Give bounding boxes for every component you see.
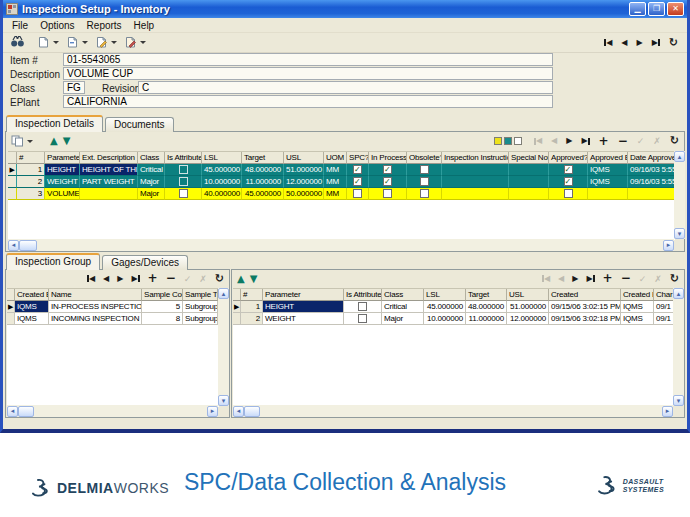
grid-cell-checkbox[interactable] (347, 176, 369, 188)
grid-header-cell[interactable]: Is Attribute? (344, 289, 382, 301)
toolbar-doc-button-4[interactable] (124, 36, 146, 49)
scroll-left-button[interactable]: ◂ (7, 406, 18, 417)
grid-header-cell[interactable]: Parameter (263, 289, 344, 301)
tab-inspection-details[interactable]: Inspection Details (6, 115, 103, 132)
grid-header-cell[interactable]: USL (284, 152, 324, 164)
grid-cell[interactable]: 45.000000 (202, 164, 242, 176)
move-down-button[interactable]: ▼ (63, 136, 71, 146)
grid-cell[interactable]: INCOMING INSPECTION (49, 313, 142, 325)
grid-cell[interactable]: 45.000000 (424, 301, 466, 313)
grid-header-cell[interactable]: Parameter (45, 152, 80, 164)
refresh-button[interactable]: ↻ (669, 38, 678, 48)
plus-button[interactable]: + (599, 137, 609, 146)
grid-cell-checkbox[interactable] (369, 164, 407, 176)
unchecked-checkbox-icon[interactable] (358, 314, 367, 323)
grid-cell[interactable]: IQMS (621, 301, 654, 313)
cancel-button[interactable]: ✗ (199, 274, 207, 284)
unchecked-checkbox-icon[interactable] (179, 177, 188, 186)
grid-header-cell[interactable]: Ext. Description (80, 152, 138, 164)
next-button[interactable]: ▶ (566, 136, 572, 146)
scroll-left-button[interactable]: ◂ (233, 406, 244, 417)
minus-button[interactable]: − (618, 137, 628, 146)
grid-header-cell[interactable]: Inspection Instructions (442, 152, 509, 164)
grid-header-cell[interactable]: Class (138, 152, 165, 164)
grid-header-cell[interactable]: Approved By (588, 152, 628, 164)
scroll-left-button[interactable]: ◂ (8, 240, 19, 251)
scroll-right-button[interactable]: ▸ (663, 240, 674, 251)
grid-header-cell[interactable]: Date Approved (628, 152, 675, 164)
eplant-field[interactable]: CALIFORNIA (63, 95, 553, 108)
maximize-button[interactable]: ❐ (648, 2, 665, 16)
grid-cell[interactable]: WEIGHT (45, 176, 80, 188)
grid-header-cell[interactable]: LSL (424, 289, 466, 301)
grid-cell-checkbox[interactable] (344, 301, 382, 313)
grid-cell[interactable]: Subgroup (183, 301, 218, 313)
scrollbar-thumb[interactable] (19, 240, 37, 251)
grid-cell[interactable]: PART WEIGHT (80, 176, 138, 188)
grid-cell[interactable]: 40.000000 (202, 188, 242, 200)
tab-documents[interactable]: Documents (105, 117, 174, 132)
grid-cell-checkbox[interactable] (165, 188, 202, 200)
grid-cell[interactable]: 12.000000 (507, 313, 549, 325)
close-button[interactable]: ✕ (667, 2, 684, 16)
grid-cell[interactable]: IQMS (588, 164, 628, 176)
prev-button[interactable]: ◀ (551, 136, 557, 146)
first-button[interactable]: ◀ (534, 136, 542, 146)
unchecked-checkbox-icon[interactable] (179, 165, 188, 174)
copy-records-button[interactable] (11, 135, 33, 147)
grid-cell[interactable]: 09/15/06 3:02:15 PM (549, 301, 621, 313)
grid-cell[interactable]: IQMS (15, 301, 49, 313)
grid-cell[interactable]: MM (324, 176, 347, 188)
grid-header-cell[interactable]: Created By (621, 289, 654, 301)
grid-cell[interactable]: HEIGHT (263, 301, 344, 313)
unchecked-checkbox-icon[interactable] (420, 177, 429, 186)
grid-cell-checkbox[interactable] (347, 188, 369, 200)
grid-header-cell[interactable]: Created (549, 289, 621, 301)
grid-header-cell[interactable]: Approved? (549, 152, 588, 164)
grid-cell[interactable]: IQMS (15, 313, 49, 325)
grid-cell[interactable]: 48.000000 (466, 301, 507, 313)
grid-cell[interactable] (80, 188, 138, 200)
accept-button[interactable]: ✓ (639, 274, 647, 284)
grid-cell[interactable]: 1 (241, 301, 263, 313)
minus-button[interactable]: − (166, 274, 176, 283)
grid-cell[interactable]: 09/1 (654, 301, 673, 313)
first-button[interactable]: ◀ (542, 274, 550, 284)
grid-header-cell[interactable]: Created By (15, 289, 49, 301)
grid-cell-checkbox[interactable] (407, 176, 442, 188)
last-button[interactable]: ▶ (652, 38, 660, 48)
menu-help[interactable]: Help (128, 20, 161, 31)
grid-cell[interactable]: WEIGHT (263, 313, 344, 325)
minimize-button[interactable]: ▁ (629, 2, 646, 16)
grid-cell[interactable]: 3 (17, 188, 45, 200)
checked-checkbox-icon[interactable] (353, 165, 362, 174)
grid-cell[interactable] (442, 176, 509, 188)
tab-gages-devices[interactable]: Gages/Devices (102, 255, 188, 270)
scroll-down-button[interactable]: ▾ (218, 395, 229, 406)
refresh-button[interactable]: ↻ (670, 274, 679, 284)
move-down-button[interactable]: ▼ (250, 274, 258, 284)
details-hscrollbar[interactable]: ◂ ▸ (8, 239, 674, 251)
params-hscrollbar[interactable]: ◂ ▸ (233, 405, 673, 417)
menu-reports[interactable]: Reports (81, 20, 128, 31)
grid-header-cell[interactable]: Class (382, 289, 424, 301)
grid-header-cell[interactable]: UOM (324, 152, 347, 164)
last-button[interactable]: ▶ (581, 136, 589, 146)
grid-cell[interactable]: 09/16/03 5:55 (628, 164, 675, 176)
grid-cell[interactable]: MM (324, 188, 347, 200)
description-field[interactable]: VOLUME CUP (63, 67, 553, 80)
grid-header-cell[interactable]: Target (242, 152, 284, 164)
last-button[interactable]: ▶ (586, 274, 594, 284)
first-button[interactable]: ◀ (604, 38, 612, 48)
next-button[interactable]: ▶ (636, 38, 642, 48)
grid-cell[interactable]: 1 (17, 164, 45, 176)
grid-header-cell[interactable]: # (241, 289, 263, 301)
refresh-button[interactable]: ↻ (670, 136, 679, 146)
grid-header-cell[interactable]: LSL (202, 152, 242, 164)
group-hscrollbar[interactable]: ◂ ▸ (7, 405, 218, 417)
unchecked-checkbox-icon[interactable] (353, 189, 362, 198)
grid-header-cell[interactable]: In Process? (369, 152, 407, 164)
grid-cell[interactable] (442, 164, 509, 176)
menu-options[interactable]: Options (34, 20, 80, 31)
grid-cell[interactable]: VOLUME (45, 188, 80, 200)
